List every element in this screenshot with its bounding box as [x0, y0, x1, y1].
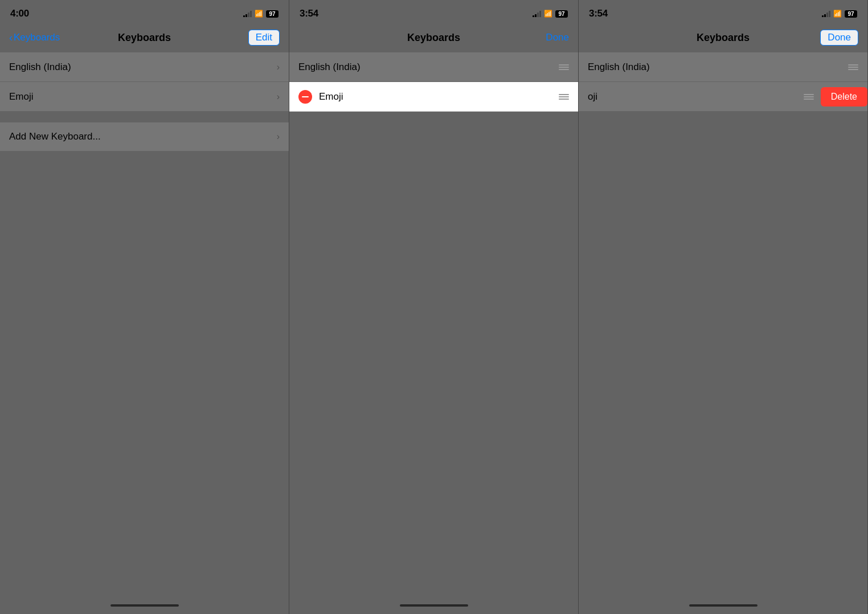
- status-icons-2: 📶 97: [533, 10, 568, 18]
- reorder-icon-3a: [848, 64, 858, 70]
- english-india-row-1[interactable]: English (India) ›: [0, 52, 289, 82]
- nav-title-1: Keyboards: [118, 32, 171, 44]
- list-content-1: English (India) › Emoji › Add New Keyboa…: [0, 52, 289, 597]
- emoji-row-3[interactable]: oji Delete: [579, 82, 867, 112]
- nav-title-3: Keyboards: [697, 32, 750, 44]
- nav-bar-1: ‹ Keyboards Keyboards Edit: [0, 25, 289, 52]
- done-button-3[interactable]: Done: [820, 30, 858, 46]
- home-indicator-2: [289, 597, 578, 614]
- chevron-icon-1a: ›: [277, 62, 280, 72]
- reorder-icon-3b: [804, 94, 814, 100]
- delete-button-3[interactable]: Delete: [821, 87, 867, 107]
- wifi-icon-3: 📶: [833, 10, 842, 18]
- reorder-icon-2b: [559, 94, 569, 100]
- back-label-1: Keyboards: [14, 32, 60, 43]
- status-bar-2: 3:54 📶 97: [289, 0, 578, 25]
- english-india-label-2: English (India): [298, 62, 559, 73]
- add-keyboard-label-1: Add New Keyboard...: [9, 131, 277, 142]
- english-india-label-3: English (India): [588, 62, 848, 73]
- status-bar-3: 3:54 📶 97: [579, 0, 867, 25]
- home-indicator-1: [0, 597, 289, 614]
- signal-icon-3: [822, 10, 830, 17]
- reorder-icon-2a: [559, 64, 569, 70]
- wifi-icon-1: 📶: [255, 10, 263, 18]
- status-time-1: 4:00: [10, 8, 29, 19]
- wifi-icon-2: 📶: [544, 10, 552, 18]
- nav-bar-3: Keyboards Done: [579, 25, 867, 52]
- list-spacer-1: [0, 112, 289, 122]
- done-button-2[interactable]: Done: [546, 32, 569, 43]
- status-bar-1: 4:00 📶 97: [0, 0, 289, 25]
- panel-2: 3:54 📶 97 Keyboards Done English (India): [289, 0, 579, 614]
- minus-button-2[interactable]: [298, 90, 312, 104]
- signal-icon-2: [533, 10, 541, 17]
- status-icons-1: 📶 97: [243, 10, 279, 18]
- back-button-1[interactable]: ‹ Keyboards: [9, 32, 60, 44]
- home-indicator-3: [579, 597, 867, 614]
- chevron-icon-1c: ›: [277, 132, 280, 142]
- emoji-label-2: Emoji: [319, 91, 559, 103]
- status-time-2: 3:54: [300, 8, 318, 19]
- battery-badge-2: 97: [555, 10, 568, 18]
- battery-badge-3: 97: [845, 10, 857, 18]
- list-content-3: English (India) oji Delete: [579, 52, 867, 597]
- status-icons-3: 📶 97: [822, 10, 857, 18]
- panel-3: 3:54 📶 97 Keyboards Done English (India): [579, 0, 868, 614]
- english-india-row-3[interactable]: English (India): [579, 52, 867, 82]
- english-india-row-2[interactable]: English (India): [289, 52, 578, 82]
- status-time-3: 3:54: [589, 8, 608, 19]
- signal-icon-1: [243, 10, 252, 17]
- edit-button-1[interactable]: Edit: [248, 30, 280, 46]
- list-content-2: English (India) Emoji: [289, 52, 578, 597]
- home-bar-3: [689, 604, 758, 607]
- nav-bar-2: Keyboards Done: [289, 25, 578, 52]
- emoji-label-3: oji: [588, 91, 804, 103]
- emoji-label-1: Emoji: [9, 91, 277, 103]
- chevron-icon-1b: ›: [277, 92, 280, 102]
- home-bar-1: [110, 604, 179, 607]
- back-chevron-icon-1: ‹: [9, 32, 13, 44]
- emoji-row-2[interactable]: Emoji: [289, 82, 578, 112]
- add-keyboard-row-1[interactable]: Add New Keyboard... ›: [0, 122, 289, 152]
- battery-badge-1: 97: [266, 10, 279, 18]
- english-india-label-1: English (India): [9, 62, 277, 73]
- home-bar-2: [400, 604, 468, 607]
- nav-title-2: Keyboards: [407, 32, 460, 44]
- emoji-row-1[interactable]: Emoji ›: [0, 82, 289, 112]
- panel-1: 4:00 📶 97 ‹ Keyboards Keyboards Edit Eng…: [0, 0, 289, 614]
